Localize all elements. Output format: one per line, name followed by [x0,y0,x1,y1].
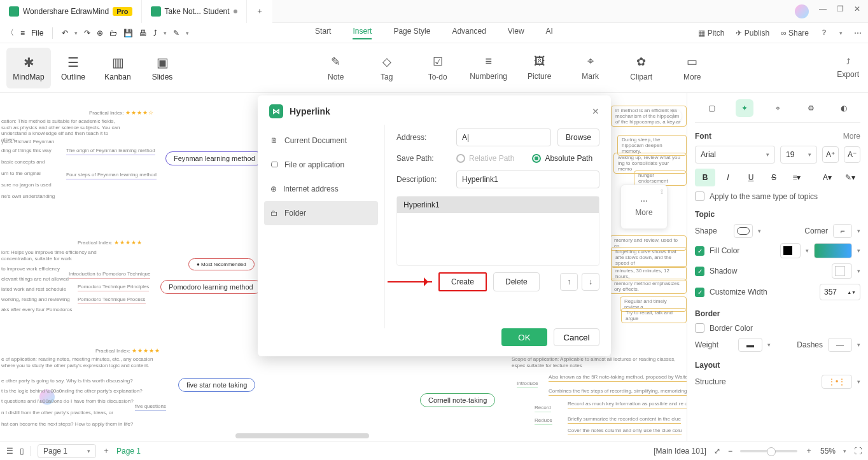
bold-button[interactable]: B [695,169,715,186]
zoom-out-icon[interactable]: − [728,447,732,456]
node-cornell[interactable]: Cornell note-taking [420,393,495,407]
dashes-select[interactable]: — [828,338,852,352]
save-icon[interactable]: 💾 [123,29,133,38]
close-window-icon[interactable]: ✕ [854,4,860,18]
menu-view[interactable]: View [508,27,524,39]
apply-same-checkbox[interactable] [695,192,704,201]
zoom-in-icon[interactable]: ＋ [805,445,813,456]
more-popover[interactable]: ⟟ ⋯ More [620,185,668,229]
align-button[interactable]: ≡▾ [787,169,807,186]
help-icon[interactable]: ？ [820,27,828,38]
new-icon[interactable]: ⊕ [97,29,103,38]
shadow-checkbox[interactable]: ✓ [695,267,704,276]
corner-select[interactable]: ⌐ [833,224,852,238]
view-kanban[interactable]: ▥Kanban [95,48,140,88]
pitch-button[interactable]: ▦ Pitch [698,29,724,38]
create-button[interactable]: Create [438,272,487,291]
font-size-select[interactable]: 19▾ [780,146,817,164]
description-input[interactable]: Hyperlink1 [456,171,599,188]
insert-picture[interactable]: 🖼Picture [519,55,561,81]
file-menu[interactable]: File [31,29,43,38]
maximize-icon[interactable]: ❐ [837,4,844,18]
node-pomodoro[interactable]: Pomodoro learning method [160,280,262,294]
structure-select[interactable]: ⋮•⋮ [822,375,852,389]
underline-button[interactable]: U [741,169,761,186]
view-outline[interactable]: ☰Outline [51,48,95,88]
font-increase-icon[interactable]: A⁺ [822,146,839,163]
outline-toggle-icon[interactable]: ☰ [6,447,13,456]
menu-icon[interactable]: ≡ [20,29,25,38]
user-avatar[interactable] [795,4,809,18]
panel-toggle-icon[interactable]: ▯ [20,447,24,456]
dialog-close-icon[interactable]: ✕ [592,106,599,116]
shadow-color-swatch[interactable] [832,263,852,279]
undo-icon[interactable]: ↶ [62,29,68,38]
node-five-star[interactable]: five star note taking [178,378,255,392]
document-tab[interactable]: Take Not... Student [142,0,247,23]
insert-clipart[interactable]: ✿Clipart [620,55,662,81]
hyperlink-list[interactable]: Hyperlink1 [396,196,599,266]
insert-mark[interactable]: ⌖Mark [570,55,612,81]
side-tab-mark-icon[interactable]: ⌖ [769,99,787,117]
address-input[interactable]: A| [456,129,551,146]
menu-insert[interactable]: Insert [353,27,372,39]
zoom-value[interactable]: 55% [820,447,836,456]
new-tab-button[interactable]: ＋ [247,0,272,23]
minimize-icon[interactable]: — [819,4,827,18]
insert-numbering[interactable]: ≡Numbering [468,55,510,81]
insert-tag[interactable]: ◇Tag [366,55,408,81]
overflow-icon[interactable]: ⋯ [854,29,862,38]
redo-icon[interactable]: ↷ [84,29,90,38]
nav-current-document[interactable]: 🗎Current Document [264,129,378,153]
strike-button[interactable]: S [764,169,784,186]
delete-button[interactable]: Delete [493,272,540,291]
shape-select[interactable] [734,224,753,238]
custom-width-input[interactable]: 357▲▼ [820,284,860,300]
custom-width-checkbox[interactable]: ✓ [695,288,704,297]
menu-advanced[interactable]: Advanced [452,27,486,39]
export-button[interactable]: ⤴Export [837,57,859,79]
pin-icon[interactable]: ⟟ [661,188,663,196]
fullscreen-icon[interactable]: ⛶ [854,447,862,456]
view-mindmap[interactable]: ✱MindMap [6,48,51,88]
export-icon[interactable]: ⤴ [153,29,157,38]
app-tab[interactable]: Wondershare EdrawMind Pro [0,0,142,23]
nav-internet[interactable]: ⊕Internet address [264,177,378,201]
print-icon[interactable]: 🖶 [139,29,147,38]
open-icon[interactable]: 🗁 [109,29,117,38]
publish-button[interactable]: ✈ Publish [736,29,769,38]
fill-color-checkbox[interactable]: ✓ [695,246,704,256]
page-dropdown[interactable]: Page 1▾ [38,444,96,458]
fill-gradient-swatch[interactable] [814,243,852,258]
italic-button[interactable]: I [718,169,738,186]
move-up-icon[interactable]: ↑ [560,273,578,291]
border-color-checkbox[interactable] [695,323,704,333]
zoom-slider[interactable] [740,450,797,452]
weight-select[interactable]: ▬ [738,338,762,352]
back-icon[interactable]: 〈 [6,27,14,38]
menu-page-style[interactable]: Page Style [393,27,430,39]
canvas-scrollbar-horizontal[interactable] [235,433,369,438]
side-tab-style-icon[interactable]: ▢ [703,99,720,117]
highlight-button[interactable]: ✎▾ [840,169,860,186]
ok-button[interactable]: OK [501,328,547,346]
nav-folder[interactable]: 🗀Folder [264,201,378,225]
insert-more[interactable]: ▭More [671,55,713,81]
font-decrease-icon[interactable]: A⁻ [844,146,860,163]
browse-button[interactable]: Browse [557,129,599,146]
fill-color-swatch[interactable] [780,243,801,258]
font-color-button[interactable]: A▾ [817,169,837,186]
node-feynman[interactable]: Feynman learning method [165,151,263,165]
insert-todo[interactable]: ☑To-do [417,55,459,81]
font-more-link[interactable]: More [843,132,860,141]
add-page-icon[interactable]: ＋ [102,445,110,456]
edit-icon[interactable]: ✎ [173,29,179,38]
current-page-label[interactable]: Page 1 [116,447,141,456]
nav-file-or-app[interactable]: 🖵File or application [264,153,378,177]
menu-ai[interactable]: AI [546,27,553,39]
absolute-path-radio[interactable] [532,154,541,163]
view-slides[interactable]: ▣Slides [140,48,185,88]
font-family-select[interactable]: Arial▾ [695,146,775,164]
side-tab-time-icon[interactable]: ◐ [835,99,853,117]
side-tab-ai-icon[interactable]: ✦ [736,99,753,117]
